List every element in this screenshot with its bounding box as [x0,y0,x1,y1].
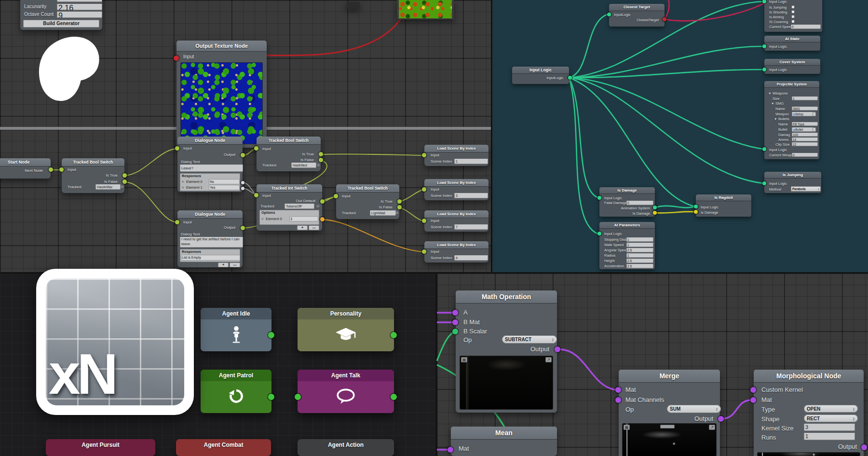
status-node[interactable]: Input Logic Is Jumping Is Shooting Is Ai… [764,0,822,32]
b-mat-port[interactable] [452,319,458,325]
input-port[interactable] [762,181,766,185]
dialog-text-field[interactable]: Leave? [180,165,243,172]
input-port[interactable] [59,167,64,172]
personality-out-port[interactable] [391,332,397,338]
tracked-object-field[interactable]: TokensOfF [285,204,314,209]
next-node-port[interactable] [49,167,53,172]
load-scene-node-3[interactable]: Load Scene By Index Input Scene Index 7 [424,210,488,232]
agent-action-node[interactable]: Agent Action [298,439,394,456]
morphological-header[interactable]: Morphological Node [754,370,864,383]
is-damage-header[interactable]: Is Damage [599,187,655,194]
canvas-dialogue-editor[interactable] [0,129,492,272]
animation-system-port[interactable] [653,206,657,209]
ai-state-node[interactable]: AI State Input Logic [764,36,820,51]
element1-field[interactable]: Yes [209,185,240,190]
load-scene-node-4[interactable]: Load Scene By Index Input Scene Index 4 [424,241,488,263]
closest-target-port[interactable] [663,17,666,21]
mat-channels-port[interactable] [615,397,621,403]
element0-field[interactable]: 3 [289,216,318,221]
agent-idle-node[interactable]: Agent Idle [201,308,271,351]
b-scalar-port[interactable] [452,329,458,334]
bullet-picker-button[interactable] [813,127,816,132]
mat-port[interactable] [615,387,621,393]
personality-node[interactable]: Personality [298,308,394,351]
remove-option-button[interactable]: — [309,225,319,230]
method-dropdown[interactable]: Parabola↕ [791,186,821,192]
ai-parameters-node[interactable]: AI Parameters Input Logic Stopping Dista… [599,222,655,269]
element0-field[interactable]: No [209,179,240,184]
is-shooting-checkbox[interactable] [791,10,795,14]
agent-patrol-header[interactable]: Agent Patrol [201,370,271,381]
tracked-bool-switch-1[interactable]: Tracked Bool Switch Input Is True Is Fal… [62,158,124,193]
closest-target-header[interactable]: Closest Target [609,4,665,11]
input-port[interactable] [762,68,766,71]
agent-patrol-out-port[interactable] [268,394,274,400]
load-scene-header[interactable]: Load Scene By Index [424,179,488,187]
is-ragdoll-header[interactable]: Is Ragdoll [696,194,751,201]
weapon-object-field[interactable]: ◆Setup [792,112,814,116]
load-scene-header[interactable]: Load Scene By Index [424,145,488,152]
shape-dropdown[interactable]: RECT↕ [804,415,858,422]
add-option-button[interactable]: + [297,225,308,230]
clipped-field[interactable] [57,0,102,2]
output-port[interactable] [861,444,867,450]
drag-handle-icon[interactable]: = [182,185,184,190]
input-logic-node[interactable]: Input Logic InputLogic [512,67,569,84]
input-logic-header[interactable]: Input Logic [512,67,569,74]
current-weapon-field[interactable]: 0 [792,153,818,157]
input-port[interactable] [597,196,601,200]
tracked-bool-switch-3[interactable]: Tracked Bool Switch Input Is True Is Fal… [336,184,399,219]
dialogue2-header[interactable]: Dialogue Node [177,210,243,219]
weapon-picker-button[interactable] [813,112,816,116]
agent-idle-out-port[interactable] [268,332,274,338]
scene-index-field[interactable]: 3 [454,193,488,198]
texture-preview-node[interactable] [397,0,454,19]
start-node[interactable]: Start Node Next Node [0,158,51,179]
agent-pursuit-header[interactable]: Agent Pursuit [46,439,155,451]
cover-system-node[interactable]: Cover System Input Logic [764,59,820,74]
load-scene-node-1[interactable]: Load Scene By Index Input Scene Index 1 [424,145,488,166]
agent-combat-node[interactable]: Agent Combat [176,439,271,456]
dialogue-node-1[interactable]: Dialogue Node Input Output Dialog Text L… [177,137,243,192]
object-picker-icon[interactable]: ◎ [316,204,319,208]
math-operation-header[interactable]: Math Operation [456,290,557,304]
custom-kernel-port[interactable] [750,387,756,393]
angular-speed-field[interactable]: 2.5 [626,248,653,252]
is-true-port[interactable] [122,173,127,178]
name-field[interactable]: SMG [792,107,818,111]
scene-index-field[interactable]: 7 [454,224,488,230]
is-true-port[interactable] [319,152,323,156]
load-scene-header[interactable]: Load Scene By Index [424,241,488,249]
drag-handle-icon[interactable]: = [182,180,184,184]
is-damage-out-port[interactable] [653,211,657,215]
tbs3-header[interactable]: Tracked Bool Switch [336,184,399,193]
is-aiming-checkbox[interactable] [791,15,795,18]
smg-foldout-icon[interactable]: ▼ [771,102,774,105]
agent-talk-in-port[interactable] [295,394,301,400]
load-scene-header[interactable]: Load Scene By Index [424,210,488,218]
is-true-port[interactable] [397,199,402,204]
agent-talk-header[interactable]: Agent Talk [298,370,394,381]
preview-expand-button[interactable]: ↗ [545,357,552,362]
dialogue-node-2[interactable]: Dialogue Node Input Output Dialog Text I… [177,210,243,267]
lacunarity-field[interactable]: 2.16 [57,4,102,10]
output-port[interactable] [568,76,572,80]
closest-target-node[interactable]: Closest Target InputLogic ClosestTarget [609,4,665,27]
acceleration-field[interactable]: 2.5 [626,264,653,268]
is-covering-checkbox[interactable] [791,20,795,23]
runs-field[interactable]: 1 [804,433,855,440]
is-jumping-node[interactable]: Is Jumping Input Logic Method Parabola↕ [764,172,821,193]
tis-header[interactable]: Tracked Int Switch [257,184,322,193]
output-port[interactable] [718,416,724,422]
input-port[interactable] [254,146,258,151]
walk-speed-field[interactable]: 1 [626,243,653,247]
math-operation-node[interactable]: Math Operation A B Mat B Scalar Op SUBTR… [456,290,557,413]
personality-header[interactable]: Personality [298,308,394,319]
height-field[interactable]: 2.5 [626,259,653,263]
is-ragdoll-node[interactable]: Is Ragdoll Input Logic Is Damage [696,194,751,217]
output-port[interactable] [555,346,560,352]
cover-system-header[interactable]: Cover System [764,59,820,66]
mean-header[interactable]: Mean [451,427,557,440]
mat-port[interactable] [750,397,756,403]
input-port[interactable] [175,220,179,224]
